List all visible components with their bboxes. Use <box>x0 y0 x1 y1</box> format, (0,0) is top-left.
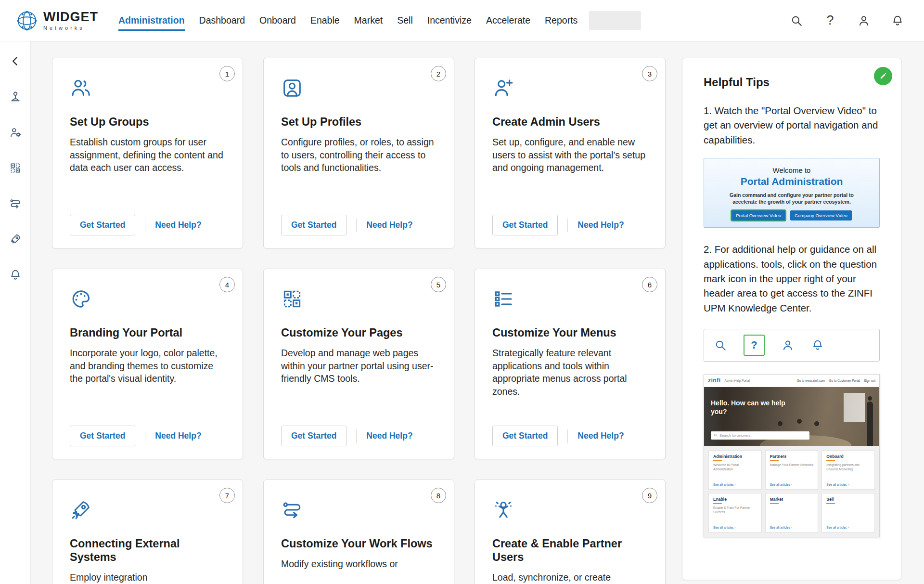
kc-tile-onboard: Onboard Integrating partners into Channe… <box>821 450 875 490</box>
card-description: Establish custom groups for user assignm… <box>70 136 225 174</box>
bell-icon[interactable] <box>8 268 23 282</box>
nav-market[interactable]: Market <box>354 10 383 31</box>
nav-accelerate[interactable]: Accelerate <box>486 10 530 31</box>
add-user-icon <box>492 75 648 102</box>
help-icon[interactable]: ? <box>823 13 837 28</box>
brand-logo-icon <box>16 10 38 31</box>
card-connecting-external-systems: 7 Connecting External Systems Employ int… <box>52 480 243 584</box>
modules-icon[interactable] <box>8 161 23 175</box>
divider <box>145 429 145 443</box>
card-description: Employ integration <box>70 571 225 584</box>
card-description: Modify existing workflows or <box>281 558 436 571</box>
rocket-icon[interactable] <box>8 232 23 247</box>
divider <box>567 429 568 443</box>
card-title: Set Up Profiles <box>281 115 436 129</box>
need-help-link[interactable]: Need Help? <box>366 431 412 441</box>
list-menu-icon <box>492 286 648 312</box>
palette-icon <box>70 286 225 312</box>
portal-overview-video-button[interactable]: Portal Overview Video <box>732 210 785 221</box>
card-number-badge: 8 <box>431 488 446 503</box>
setup-card-grid: 1 Set Up Groups Establish custom groups … <box>52 58 666 584</box>
notifications-icon[interactable] <box>890 13 905 28</box>
welcome-line2: Portal Administration <box>711 176 873 187</box>
get-started-button[interactable]: Get Started <box>70 426 135 446</box>
need-help-link[interactable]: Need Help? <box>155 220 201 230</box>
card-customize-pages: 5 Customize Your Pages Develop and manag… <box>263 269 454 459</box>
get-started-button[interactable]: Get Started <box>281 426 346 446</box>
groups-icon <box>70 75 225 102</box>
get-started-button[interactable]: Get Started <box>281 215 346 235</box>
brand-name: WIDGET <box>43 11 98 24</box>
kc-tile-administration: Administration Welcome to Portal Adminis… <box>708 450 762 490</box>
edit-button[interactable] <box>874 67 892 85</box>
mini-search-bar: Search for answers <box>711 431 809 440</box>
card-description: Develop and manage web pages within your… <box>281 347 436 385</box>
card-set-up-profiles: 2 Set Up Profiles Configure profiles, or… <box>263 58 454 248</box>
thumb-link: Go to www.zinfi.com <box>797 379 825 382</box>
card-title: Customize Your Pages <box>281 326 436 339</box>
nav-onboard[interactable]: Onboard <box>259 10 296 31</box>
user-icon[interactable] <box>857 13 871 28</box>
card-number-badge: 7 <box>219 488 235 503</box>
pages-modules-icon <box>281 286 436 312</box>
need-help-link[interactable]: Need Help? <box>578 431 624 441</box>
nav-administration[interactable]: Administration <box>118 10 185 31</box>
chevron-left-icon[interactable] <box>8 54 23 68</box>
hero-photo: Hello. How can we help you? Search for a… <box>704 387 879 446</box>
workflow-icon[interactable] <box>8 196 23 211</box>
card-title: Set Up Groups <box>70 115 225 129</box>
need-help-link[interactable]: Need Help? <box>155 431 201 441</box>
card-title: Customize Your Menus <box>492 326 648 339</box>
knowledge-center-thumbnail: zinfi Admin Help Portal Go to www.zinfi.… <box>704 374 880 537</box>
card-branding-portal: 4 Branding Your Portal Incorporate your … <box>52 269 243 459</box>
card-description: Set up, configure, and enable new users … <box>492 136 648 174</box>
card-number-badge: 4 <box>219 277 235 292</box>
main-nav: Administration Dashboard Onboard Enable … <box>118 10 578 31</box>
card-number-badge: 3 <box>642 66 657 81</box>
profile-card-icon <box>281 75 436 102</box>
card-number-badge: 2 <box>431 66 446 81</box>
card-set-up-groups: 1 Set Up Groups Establish custom groups … <box>52 58 243 248</box>
card-title: Connecting External Systems <box>70 537 225 564</box>
get-started-button[interactable]: Get Started <box>492 426 558 446</box>
brand-tagline: Networks <box>43 25 98 31</box>
card-number-badge: 9 <box>642 488 657 503</box>
card-title: Branding Your Portal <box>70 326 225 339</box>
tips-title: Helpful Tips <box>704 76 880 89</box>
card-customize-menus: 6 Customize Your Menus Strategically fea… <box>475 269 666 459</box>
card-title: Customize Your Work Flows <box>281 537 436 550</box>
search-icon[interactable] <box>789 13 804 28</box>
user-settings-icon[interactable] <box>8 125 23 140</box>
card-description: Load, synchronize, or create <box>492 571 648 584</box>
need-help-link[interactable]: Need Help? <box>578 220 624 230</box>
get-started-button[interactable]: Get Started <box>492 215 558 235</box>
card-title: Create Admin Users <box>492 115 648 129</box>
nav-sell[interactable]: Sell <box>397 10 413 31</box>
kc-tile-enable: Enable Enable & Train For Partner Succes… <box>708 493 762 532</box>
search-icon <box>714 338 727 352</box>
flow-icon <box>281 496 436 523</box>
card-customize-workflows: 8 Customize Your Work Flows Modify exist… <box>263 480 454 584</box>
welcome-line1: Welcome to <box>711 166 873 174</box>
brand-logo[interactable]: WIDGET Networks <box>16 10 98 31</box>
divider <box>567 219 568 232</box>
divider <box>145 219 145 232</box>
top-header: WIDGET Networks Administration Dashboard… <box>0 0 924 41</box>
nav-dashboard[interactable]: Dashboard <box>199 10 245 31</box>
get-started-button[interactable]: Get Started <box>70 215 135 235</box>
redacted-box <box>589 11 641 30</box>
need-help-link[interactable]: Need Help? <box>366 220 412 230</box>
company-overview-video-button[interactable]: Company Overview Video <box>790 210 852 221</box>
card-number-badge: 5 <box>431 277 446 292</box>
celebrating-user-icon <box>492 496 648 523</box>
nav-incentivize[interactable]: Incentivize <box>427 10 472 31</box>
tip-2: 2. For additional help or guidance on al… <box>704 242 880 315</box>
bell-icon <box>811 338 824 352</box>
joystick-icon[interactable] <box>8 90 23 104</box>
divider <box>356 219 357 232</box>
nav-reports[interactable]: Reports <box>545 10 578 31</box>
nav-enable[interactable]: Enable <box>310 10 340 31</box>
left-sidebar <box>0 41 31 584</box>
help-icon-highlighted: ? <box>744 335 765 356</box>
header-icons-example: ? <box>704 329 880 362</box>
